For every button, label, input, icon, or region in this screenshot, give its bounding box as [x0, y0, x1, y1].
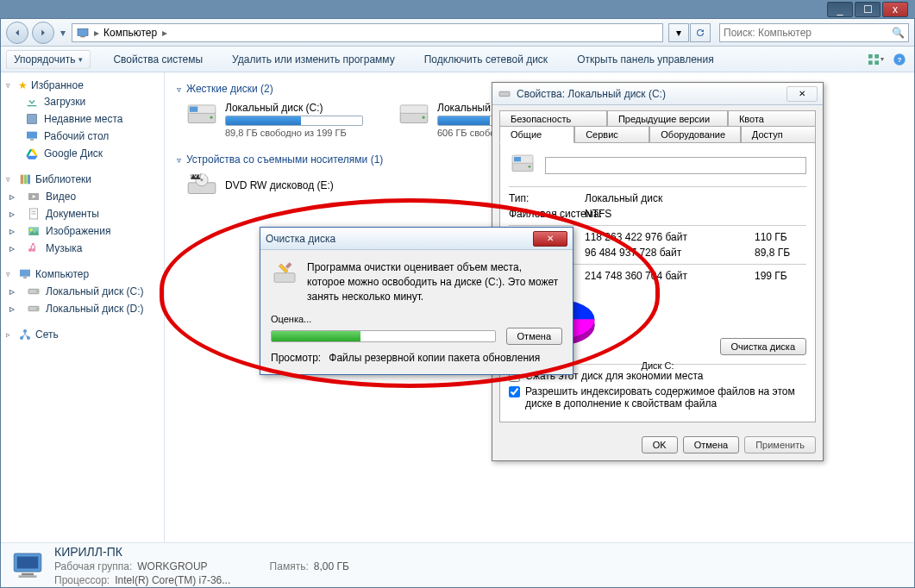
computer-icon — [76, 26, 90, 40]
drive-c-name: Локальный диск (C:) — [225, 102, 363, 114]
nav-forward-button[interactable] — [32, 22, 54, 44]
tab-previous-versions[interactable]: Предыдущие версии — [607, 110, 728, 127]
drive-c[interactable]: Локальный диск (C:) 89,8 ГБ свободно из … — [185, 102, 363, 138]
search-box[interactable]: 🔍 — [719, 23, 909, 42]
cleanup-viewing-label: Просмотр: — [271, 352, 321, 364]
recent-icon — [25, 112, 39, 126]
os-minimize-button[interactable]: _ — [827, 2, 853, 17]
cleanup-titlebar[interactable]: Очистка диска ✕ — [260, 228, 573, 250]
cleanup-close-button[interactable]: ✕ — [533, 231, 567, 247]
help-button[interactable]: ? — [890, 50, 909, 69]
os-close-button[interactable]: x — [882, 2, 908, 17]
svg-rect-54 — [514, 157, 521, 161]
tab-quota[interactable]: Квота — [728, 110, 816, 127]
capacity-bytes: 214 748 360 704 байт — [585, 270, 755, 282]
svg-rect-50 — [19, 575, 37, 578]
properties-close-button[interactable]: ✕ — [787, 86, 818, 102]
sidebar-item-documents[interactable]: ▹Документы — [1, 205, 164, 222]
disk-cleanup-dialog: Очистка диска ✕ Программа очистки оценив… — [260, 227, 573, 375]
sidebar-libraries-header[interactable]: ▿Библиотеки — [1, 171, 164, 188]
svg-rect-0 — [78, 28, 88, 35]
svg-rect-51 — [499, 91, 510, 96]
drive-c-capacity-bar — [225, 116, 363, 126]
cpu-value: Intel(R) Core(TM) i7-36... — [115, 574, 230, 586]
props-cancel-button[interactable]: Отмена — [683, 436, 739, 454]
nav-history-dropdown[interactable]: ▾ — [58, 23, 68, 42]
tab-security[interactable]: Безопасность — [499, 110, 607, 127]
props-apply-button[interactable]: Применить — [744, 436, 816, 454]
uninstall-program-button[interactable]: Удалить или изменить программу — [225, 51, 402, 68]
refresh-icon — [695, 28, 705, 38]
cleanup-progress-bar — [271, 330, 496, 342]
sidebar-item-disk-c[interactable]: ▹Локальный диск (C:) — [1, 283, 164, 300]
cleanup-estimating: Оценка... — [271, 314, 562, 324]
open-control-panel-button[interactable]: Открыть панель управления — [570, 51, 721, 68]
tab-general[interactable]: Общие — [499, 126, 574, 143]
svg-text:?: ? — [898, 56, 902, 64]
address-bar: ▾ ▸ Компьютер ▸ ▾ 🔍 — [1, 19, 914, 47]
tab-sharing[interactable]: Доступ — [741, 126, 816, 143]
svg-rect-3 — [874, 54, 879, 59]
breadcrumb[interactable]: ▸ Компьютер ▸ — [72, 23, 663, 42]
type-label: Тип: — [509, 192, 585, 204]
crumb-arrow[interactable]: ▸ — [159, 27, 169, 39]
help-icon: ? — [893, 53, 906, 66]
svg-point-55 — [529, 166, 531, 168]
os-maximize-button[interactable]: ☐ — [855, 2, 881, 17]
type-value: Локальный диск — [585, 192, 806, 204]
arrow-left-icon — [11, 27, 23, 39]
refresh-button[interactable] — [690, 23, 711, 42]
sidebar-network-header[interactable]: ▹Сеть — [1, 326, 164, 343]
capacity-gb: 199 ГБ — [755, 270, 806, 282]
cleanup-message: Программа очистки оценивает объем места,… — [307, 260, 562, 303]
computer-large-icon — [9, 547, 46, 584]
props-ok-button[interactable]: OK — [642, 436, 678, 454]
sidebar-item-googledrive[interactable]: Google Диск — [1, 145, 164, 162]
music-icon — [27, 241, 41, 255]
sidebar-item-video[interactable]: ▹Видео — [1, 188, 164, 205]
nav-back-button[interactable] — [6, 22, 28, 44]
download-icon — [25, 95, 39, 109]
sidebar-computer-header[interactable]: ▿Компьютер — [1, 266, 164, 283]
view-options-button[interactable]: ▾ — [866, 50, 885, 69]
search-icon: 🔍 — [892, 27, 905, 39]
drive-large-icon — [509, 152, 536, 179]
sidebar-item-desktop[interactable]: Рабочий стол — [1, 128, 164, 145]
cpu-label: Процессор: — [54, 574, 110, 586]
drive-dvd-name: DVD RW дисковод (E:) — [225, 179, 334, 191]
fs-value: NTFS — [585, 208, 806, 220]
crumb-computer[interactable]: Компьютер — [103, 27, 157, 39]
sidebar-favorites-header[interactable]: ▿★Избранное — [1, 78, 164, 93]
map-network-drive-button[interactable]: Подключить сетевой диск — [417, 51, 555, 68]
svg-rect-17 — [28, 175, 30, 185]
address-dropdown-button[interactable]: ▾ — [668, 23, 689, 42]
crumb-separator: ▸ — [91, 27, 102, 39]
svg-rect-8 — [28, 105, 37, 106]
disk-cleanup-button[interactable]: Очистка диска — [720, 338, 806, 355]
used-bytes: 118 263 422 976 байт — [585, 231, 755, 243]
tab-tools[interactable]: Сервис — [574, 126, 649, 143]
workgroup-label: Рабочая группа: — [54, 560, 132, 572]
svg-marker-14 — [26, 156, 37, 160]
system-properties-button[interactable]: Свойства системы — [106, 51, 210, 68]
sidebar-item-music[interactable]: ▹Музыка — [1, 240, 164, 257]
cleanup-icon — [271, 260, 298, 288]
index-checkbox-row[interactable]: Разрешить индексировать содержимое файло… — [509, 385, 806, 410]
sidebar-item-recent[interactable]: Недавние места — [1, 110, 164, 128]
drive-c-free-text: 89,8 ГБ свободно из 199 ГБ — [225, 128, 363, 138]
sidebar-item-images[interactable]: ▹Изображения — [1, 222, 164, 240]
index-checkbox[interactable] — [509, 386, 520, 397]
svg-rect-49 — [22, 572, 34, 575]
svg-rect-59 — [285, 262, 292, 269]
search-input[interactable] — [724, 27, 892, 39]
properties-titlebar[interactable]: Свойства: Локальный диск (C:) ✕ — [492, 83, 823, 105]
sidebar-item-downloads[interactable]: Загрузки — [1, 93, 164, 110]
svg-rect-15 — [21, 175, 23, 185]
tab-hardware[interactable]: Оборудование — [649, 126, 741, 143]
sidebar-item-disk-d[interactable]: ▹Локальный диск (D:) — [1, 300, 164, 317]
cleanup-cancel-button[interactable]: Отмена — [506, 328, 562, 345]
svg-rect-4 — [868, 60, 873, 65]
volume-label-input[interactable] — [545, 157, 806, 174]
organize-button[interactable]: Упорядочить — [6, 50, 91, 69]
svg-point-31 — [36, 308, 37, 309]
